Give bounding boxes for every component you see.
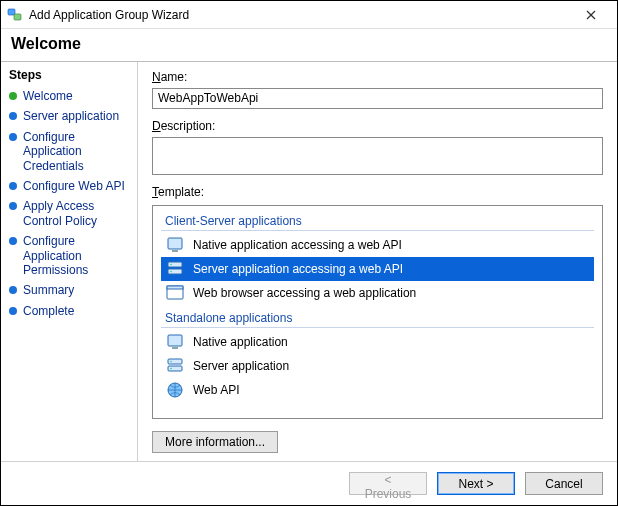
- step-bullet-icon: [9, 92, 17, 100]
- server-app-icon: [165, 356, 185, 376]
- wizard-footer: < Previous Next > Cancel: [1, 461, 617, 505]
- step-bullet-icon: [9, 112, 17, 120]
- template-item-label: Web browser accessing a web application: [193, 286, 416, 300]
- step-item[interactable]: Configure Web API: [5, 176, 133, 196]
- template-item[interactable]: Server application: [161, 354, 594, 378]
- step-label: Configure Application Permissions: [23, 234, 129, 277]
- step-label: Server application: [23, 109, 129, 123]
- server-app-icon: [165, 259, 185, 279]
- more-information-button[interactable]: More information...: [152, 431, 278, 453]
- name-input[interactable]: [152, 88, 603, 109]
- template-item[interactable]: Server application accessing a web API: [161, 257, 594, 281]
- template-item-label: Server application: [193, 359, 289, 373]
- window-title: Add Application Group Wizard: [29, 8, 571, 22]
- web-api-icon: [165, 380, 185, 400]
- step-item[interactable]: Server application: [5, 106, 133, 126]
- svg-rect-11: [167, 286, 183, 289]
- template-item[interactable]: Native application: [161, 330, 594, 354]
- template-label: Template:: [152, 185, 603, 199]
- svg-point-8: [170, 263, 172, 265]
- step-bullet-icon: [9, 202, 17, 210]
- next-button[interactable]: Next >: [437, 472, 515, 495]
- step-label: Complete: [23, 304, 129, 318]
- svg-rect-14: [168, 359, 182, 364]
- svg-rect-15: [168, 366, 182, 371]
- browser-app-icon: [165, 283, 185, 303]
- page-header: Welcome: [1, 29, 617, 62]
- description-input[interactable]: [152, 137, 603, 175]
- step-item[interactable]: Welcome: [5, 86, 133, 106]
- step-item[interactable]: Configure Application Permissions: [5, 231, 133, 280]
- app-icon: [7, 7, 23, 23]
- svg-rect-4: [168, 238, 182, 249]
- template-item[interactable]: Native application accessing a web API: [161, 233, 594, 257]
- svg-rect-5: [172, 250, 178, 252]
- step-bullet-icon: [9, 286, 17, 294]
- step-label: Apply Access Control Policy: [23, 199, 129, 228]
- wizard-body: Steps WelcomeServer applicationConfigure…: [1, 62, 617, 461]
- step-label: Welcome: [23, 89, 129, 103]
- step-item[interactable]: Summary: [5, 280, 133, 300]
- template-section-title: Standalone applications: [161, 309, 594, 328]
- step-label: Summary: [23, 283, 129, 297]
- wizard-window: Add Application Group Wizard Welcome Ste…: [0, 0, 618, 506]
- name-label: Name:: [152, 70, 603, 84]
- page-title: Welcome: [11, 35, 607, 53]
- template-listbox[interactable]: Client-Server applicationsNative applica…: [152, 205, 603, 420]
- svg-rect-6: [168, 262, 182, 267]
- step-item[interactable]: Apply Access Control Policy: [5, 196, 133, 231]
- close-button[interactable]: [571, 1, 611, 28]
- native-app-icon: [165, 332, 185, 352]
- template-item[interactable]: Web browser accessing a web application: [161, 281, 594, 305]
- svg-rect-12: [168, 335, 182, 346]
- cancel-button[interactable]: Cancel: [525, 472, 603, 495]
- svg-rect-0: [8, 9, 15, 15]
- svg-point-9: [170, 270, 172, 272]
- svg-rect-13: [172, 347, 178, 349]
- step-item[interactable]: Complete: [5, 301, 133, 321]
- steps-title: Steps: [5, 68, 133, 86]
- main-panel: Name: Description: Template: Client-Serv…: [138, 62, 617, 461]
- step-label: Configure Web API: [23, 179, 129, 193]
- template-section-title: Client-Server applications: [161, 212, 594, 231]
- template-item-label: Server application accessing a web API: [193, 262, 403, 276]
- step-bullet-icon: [9, 182, 17, 190]
- step-label: Configure Application Credentials: [23, 130, 129, 173]
- titlebar: Add Application Group Wizard: [1, 1, 617, 29]
- step-bullet-icon: [9, 133, 17, 141]
- steps-sidebar: Steps WelcomeServer applicationConfigure…: [1, 62, 138, 461]
- svg-point-17: [170, 367, 172, 369]
- template-item-label: Native application: [193, 335, 288, 349]
- template-item-label: Native application accessing a web API: [193, 238, 402, 252]
- template-item-label: Web API: [193, 383, 239, 397]
- template-item[interactable]: Web API: [161, 378, 594, 402]
- svg-rect-7: [168, 269, 182, 274]
- step-item[interactable]: Configure Application Credentials: [5, 127, 133, 176]
- step-bullet-icon: [9, 237, 17, 245]
- svg-rect-1: [14, 14, 21, 20]
- description-label: Description:: [152, 119, 603, 133]
- step-bullet-icon: [9, 307, 17, 315]
- native-app-icon: [165, 235, 185, 255]
- previous-button: < Previous: [349, 472, 427, 495]
- svg-point-16: [170, 360, 172, 362]
